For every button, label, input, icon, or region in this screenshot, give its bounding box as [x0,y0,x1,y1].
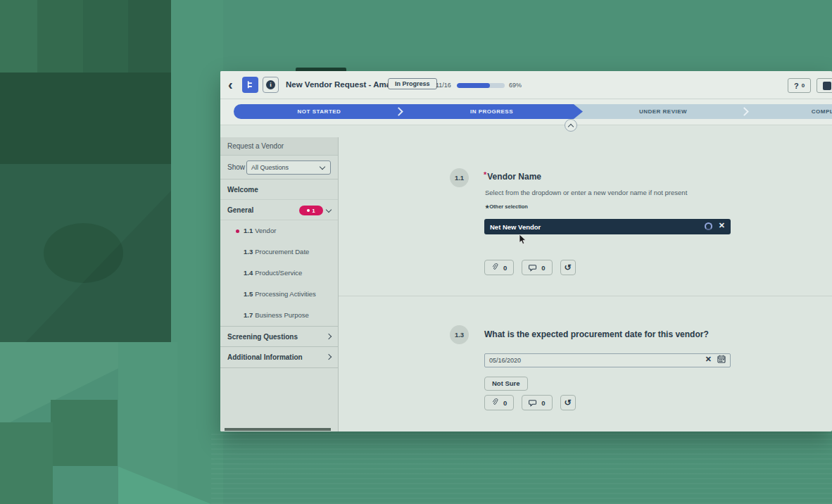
paperclip-icon [491,398,499,407]
collapse-stagebar-button[interactable] [565,119,577,132]
sidebar-item-screening-questions[interactable]: Screening Questions [220,326,338,347]
question-actions-row: 0 0 ↺ [484,395,576,410]
sidebar-item-1-4-product-service[interactable]: 1.4Product/Service [220,263,338,284]
procurement-date-input[interactable] [484,353,731,367]
chevron-up-icon [568,124,574,130]
background-band [171,0,223,504]
background-columns [0,0,171,73]
attachments-button[interactable]: 0 [484,395,514,410]
progress-percent: 69% [509,82,522,89]
general-flag-badge: 1 [299,206,323,215]
clear-icon[interactable]: ✕ [719,221,725,230]
sidebar-item-1-5-processing-activities[interactable]: 1.5Processing Activities [220,284,338,305]
workflow-stage-bar: NOT STARTED IN PROGRESS UNDER REVIEW COM… [234,104,832,119]
progress-bar [457,83,505,88]
sidebar-item-1-7-business-purpose[interactable]: 1.7Business Purpose [220,305,338,326]
stage-not-started: NOT STARTED [234,104,405,119]
sidebar-item-label: General [227,206,253,214]
mouse-cursor [519,234,527,245]
show-questions-value: All Questions [251,164,289,171]
chevron-right-icon [326,334,332,339]
question-title: What is the expected procurement date fo… [484,329,709,339]
question-title-text: Vendor Name [487,172,541,182]
flag-icon [823,82,831,90]
background-mid-block [0,164,171,342]
item-label: Procurement Date [255,248,309,256]
comment-icon [529,399,537,407]
sidebar-item-label: Additional Information [227,353,303,361]
sidebar-item-label: Screening Questions [227,333,298,341]
attachments-count: 0 [503,399,507,407]
question-divider [339,296,832,296]
stage-under-review: UNDER REVIEW [579,104,748,119]
question-number-badge: 1.1 [450,168,469,187]
sidebar-bottom-strip [225,428,331,431]
item-number: 1.4 [244,269,253,277]
status-badge: In Progress [388,78,437,89]
back-button[interactable]: ‹ [228,75,233,94]
comments-button[interactable]: 0 [522,395,552,410]
sidebar-item-general[interactable]: General 1 [220,200,338,220]
comments-count: 0 [541,264,545,272]
sidebar-item-additional-information[interactable]: Additional Information [220,347,338,368]
stage-row: NOT STARTED IN PROGRESS UNDER REVIEW COM… [220,99,832,125]
progress-fraction: 11/16 [436,82,451,89]
item-label: Processing Activities [255,290,316,298]
sidebar-header: Request a Vendor [220,137,338,156]
item-number: 1.3 [244,248,253,256]
vendor-name-field-wrap: ✕ [484,219,731,234]
clear-icon[interactable]: ✕ [705,355,712,364]
question-title: *Vendor Name [484,172,541,182]
background-scanlines [211,431,832,504]
procurement-date-field-wrap: ✕ [484,353,731,367]
paperclip-icon [491,263,499,272]
help-icon: ? [794,82,799,90]
show-questions-select[interactable]: All Questions [246,160,331,175]
help-button[interactable]: ? 0 [788,78,811,93]
other-selection-label: ★Other selection [485,203,528,210]
calendar-icon[interactable] [717,355,726,363]
item-number: 1.1 [244,227,253,234]
progress-fill [457,83,490,88]
sidebar-item-1-1-vendor[interactable]: 1.1Vendor [220,220,338,241]
flag-button[interactable]: 0 [817,78,832,93]
comments-button[interactable]: 0 [522,260,552,275]
info-button[interactable]: i [263,77,279,93]
hierarchy-button[interactable] [242,77,258,93]
app-window: ‹ i New Vendor Request - Amazo... In Pro… [220,71,832,431]
required-asterisk: * [484,170,486,179]
question-description: Select from the dropdown or enter a new … [485,189,687,196]
history-button[interactable]: ↺ [560,395,576,410]
sidebar-item-welcome[interactable]: Welcome [220,179,338,200]
sidebar-item-label: Welcome [227,186,258,194]
item-label: Product/Service [255,269,302,277]
stage-complete: COMPLETE [748,104,832,119]
item-number: 1.5 [244,290,253,298]
loading-spinner-icon [705,222,712,230]
not-sure-button[interactable]: Not Sure [484,377,528,391]
stage-in-progress: IN PROGRESS [405,104,579,119]
item-number: 1.7 [244,311,253,319]
info-icon: i [266,80,275,89]
item-label: Vendor [255,227,276,234]
help-count: 0 [802,82,805,89]
history-button[interactable]: ↺ [560,260,576,275]
sidebar: Request a Vendor Show All Questions Welc… [220,137,339,431]
history-icon: ↺ [565,263,572,272]
other-selection-text: Other selection [489,203,528,210]
comments-count: 0 [541,399,545,407]
chevron-down-icon [326,207,332,213]
show-filter-row: Show All Questions [220,156,338,179]
attachments-count: 0 [503,264,507,272]
chevron-down-icon [320,164,325,170]
vendor-name-input[interactable] [484,219,731,234]
chevron-right-icon [326,354,332,360]
attachments-button[interactable]: 0 [484,260,514,275]
badge-count: 1 [312,201,315,221]
background-square [51,400,118,466]
sidebar-item-1-3-procurement-date[interactable]: 1.3Procurement Date [220,241,338,263]
required-dot-icon [236,229,239,233]
background-dark-band [0,73,171,164]
hierarchy-icon [245,80,256,90]
show-label: Show [227,163,245,171]
